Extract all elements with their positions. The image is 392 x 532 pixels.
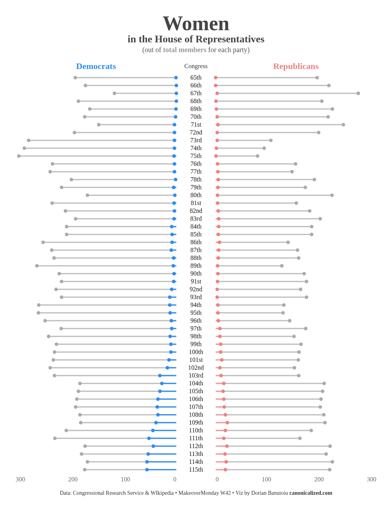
rep-side	[216, 136, 376, 144]
dem-side	[16, 82, 176, 89]
congress-label: 69th	[176, 105, 216, 113]
congress-label: 68th	[176, 98, 216, 105]
rep-side	[216, 372, 376, 379]
chart-row: 72nd	[16, 129, 376, 136]
congress-label: 81st	[176, 200, 216, 207]
dem-side	[16, 168, 176, 176]
congress-label: 73rd	[176, 137, 216, 144]
dem-side	[16, 332, 176, 340]
rep-side	[216, 403, 376, 411]
rep-side	[216, 427, 376, 434]
rep-side	[216, 301, 376, 309]
congress-label: 113th	[176, 450, 216, 458]
congress-label: 88th	[176, 254, 216, 261]
dem-side	[16, 348, 176, 356]
congress-label: 109th	[176, 419, 216, 426]
chart-row: 75th	[16, 152, 376, 160]
axis-tick: 200	[68, 476, 78, 483]
congress-label: 106th	[176, 396, 216, 403]
congress-label: 66th	[176, 82, 216, 89]
congress-label: 72nd	[176, 129, 216, 136]
rep-side	[216, 89, 376, 97]
congress-label: 92nd	[176, 286, 216, 293]
congress-label: 93rd	[176, 294, 216, 301]
rep-side	[216, 82, 376, 89]
chart-row: 109th	[16, 419, 376, 427]
rep-side	[216, 183, 376, 191]
chart-row: 106th	[16, 395, 376, 403]
dem-side	[16, 356, 176, 364]
rep-side	[216, 246, 376, 254]
chart-title: Women	[16, 12, 376, 35]
axis-tick: 200	[314, 476, 324, 483]
dem-side	[16, 105, 176, 113]
dem-side	[16, 434, 176, 442]
rep-side	[216, 419, 376, 427]
chart-row: 69th	[16, 105, 376, 113]
rep-side	[216, 215, 376, 223]
rep-side	[216, 364, 376, 372]
dem-side	[16, 144, 176, 152]
dem-side	[16, 254, 176, 262]
rep-side	[216, 121, 376, 129]
rep-side	[216, 207, 376, 215]
rep-side	[216, 379, 376, 387]
dem-side	[16, 379, 176, 387]
dem-side	[16, 160, 176, 168]
dem-side	[16, 285, 176, 293]
congress-label: 91st	[176, 278, 216, 285]
chart-row: 94th	[16, 301, 376, 309]
dem-side	[16, 450, 176, 458]
congress-label: 101st	[176, 356, 216, 363]
chart-row: 110th	[16, 427, 376, 434]
congress-label: 108th	[176, 411, 216, 418]
chart-row: 100th	[16, 348, 376, 356]
rep-side	[216, 231, 376, 238]
dem-side	[16, 183, 176, 191]
chart-subnote: (out of total members for each party)	[16, 46, 376, 54]
chart-body: 65th66th67th68th69th70th71st72nd73rd74th…	[16, 74, 376, 474]
dem-side	[16, 442, 176, 450]
chart-row: 102nd	[16, 364, 376, 372]
dem-side	[16, 136, 176, 144]
congress-label: 67th	[176, 90, 216, 97]
chart-row: 68th	[16, 97, 376, 105]
dem-side	[16, 411, 176, 419]
rep-side	[216, 105, 376, 113]
congress-label: 100th	[176, 349, 216, 356]
dem-side	[16, 293, 176, 301]
party-labels: Democrats Congress Republicans	[16, 61, 376, 71]
dem-side	[16, 278, 176, 285]
chart-row: 74th	[16, 144, 376, 152]
dem-side	[16, 364, 176, 372]
chart-row: 87th	[16, 246, 376, 254]
chart-row: 89th	[16, 262, 376, 270]
dem-side	[16, 121, 176, 129]
dem-side	[16, 97, 176, 105]
chart-row: 91st	[16, 278, 376, 285]
congress-label: 85th	[176, 231, 216, 238]
rep-side	[216, 348, 376, 356]
dem-side	[16, 458, 176, 466]
chart-row: 67th	[16, 89, 376, 97]
congress-label: 78th	[176, 176, 216, 183]
dem-side	[16, 325, 176, 332]
axis-tick: 0	[173, 476, 176, 483]
dem-side	[16, 215, 176, 223]
rep-side	[216, 160, 376, 168]
rep-side	[216, 238, 376, 246]
rep-side	[216, 176, 376, 183]
chart-row: 99th	[16, 340, 376, 348]
congress-label: 115th	[176, 466, 216, 473]
congress-label: 83rd	[176, 215, 216, 222]
congress-label: 70th	[176, 113, 216, 120]
chart-row: 79th	[16, 183, 376, 191]
rep-side	[216, 129, 376, 136]
dem-side	[16, 89, 176, 97]
dem-side	[16, 270, 176, 278]
rep-side	[216, 411, 376, 419]
chart-row: 98th	[16, 332, 376, 340]
chart-row: 96th	[16, 317, 376, 325]
chart-footer: Data: Congressional Research Service & W…	[16, 490, 376, 496]
chart-row: 97th	[16, 325, 376, 332]
